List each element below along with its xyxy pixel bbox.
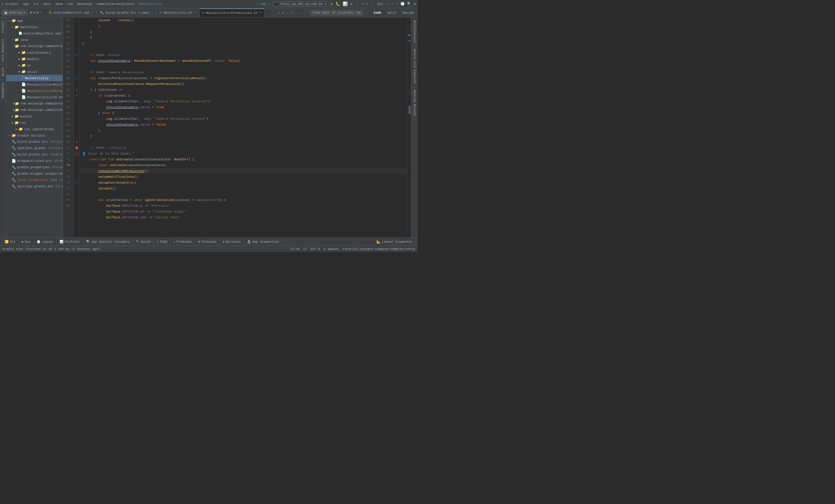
- tree-item-spotless[interactable]: 🔧 spotless.gradle (Project: Sample_Proje…: [6, 145, 63, 151]
- bc-class[interactable]: MainActivity: [139, 2, 162, 6]
- bc-package[interactable]: samplestarterproject: [97, 2, 135, 6]
- bottom-tab-services[interactable]: ⚙ Services: [220, 238, 244, 246]
- view-design-btn[interactable]: Design: [401, 10, 416, 15]
- gradle-icon-3: 🔧: [12, 152, 16, 157]
- tree-item-gradle-scripts[interactable]: ▾ 📁 Gradle Scripts: [6, 132, 63, 139]
- profile-button[interactable]: 📊: [343, 1, 348, 6]
- tree-item-settings-gradle[interactable]: 🔧 settings.gradle.kts (Project Settings): [6, 183, 63, 190]
- bc-com[interactable]: com: [67, 2, 73, 6]
- problems-label: Problems: [177, 240, 192, 244]
- bc-app[interactable]: app: [23, 2, 29, 6]
- undo-button[interactable]: ↩: [362, 2, 364, 6]
- bc-src[interactable]: src: [33, 2, 39, 6]
- bottom-tab-git[interactable]: 🔀 Git: [2, 238, 19, 246]
- bottom-tab-problems[interactable]: ⚠ Problems: [170, 238, 195, 246]
- android-icon: 🤖: [4, 11, 8, 15]
- close-tab-gradle[interactable]: ×: [151, 11, 153, 14]
- ln-75: 75: [63, 174, 72, 180]
- tab-pullrequests[interactable]: Pull Requests: [0, 36, 6, 64]
- bottom-tab-todo[interactable]: ☑ TODO: [154, 238, 170, 246]
- code-line-71: override fun onCreate(savedInstanceState…: [80, 156, 408, 162]
- tree-item-androidtest[interactable]: ▶ 📁 com.delasign.samplestarterproject (a…: [6, 100, 63, 107]
- bc-main[interactable]: main: [43, 2, 51, 6]
- tree-item-androidmanifest[interactable]: 📄 AndroidManifest.xml: [6, 30, 63, 37]
- view-split-btn[interactable]: Split: [385, 10, 398, 15]
- bottom-tab-aqi[interactable]: 🔍 App Quality Insights: [83, 238, 133, 246]
- tab-mainactivity-permissions[interactable]: K MainActivity+Permissions.kt ×: [200, 8, 265, 17]
- terminal-icon: ⊞: [198, 240, 200, 244]
- tree-item-notifications[interactable]: 📄 MainActivity+Notifications.kt: [6, 81, 63, 88]
- tab-androidmanifest[interactable]: ☰ AndroidManifest.xml ×: [46, 8, 96, 17]
- bc-delasign[interactable]: delasign: [77, 2, 92, 6]
- tab-bookmarks[interactable]: Bookmarks: [0, 79, 6, 101]
- tree-item-coordinators[interactable]: ▶ 📁 coordinators: [6, 49, 63, 56]
- tree-item-gradle-wrapper[interactable]: 🔧 gradle-wrapper.properties (Gradle Vers…: [6, 170, 63, 177]
- redo-button[interactable]: ↪: [366, 2, 368, 6]
- run-config-app[interactable]: ⚡ app ▾: [257, 2, 270, 6]
- live-edit-button[interactable]: Live Edit of literals: ON: [310, 10, 363, 15]
- tree-item-proguard[interactable]: 📄 proguard-rules.pro (ProGuard Rules for…: [6, 158, 63, 164]
- tab-build-left[interactable]: Build: [0, 64, 6, 79]
- tree-item-res[interactable]: ▶ 📁 res: [6, 120, 63, 126]
- code-content-area[interactable]: Locale Locale() ) } } }: [80, 17, 408, 237]
- tree-item-models[interactable]: ▶ 📁 models: [6, 56, 63, 62]
- bottom-tab-build[interactable]: 🔨 Build: [133, 238, 154, 246]
- right-gutter[interactable]: [408, 17, 411, 237]
- tree-item-app[interactable]: ▾ 📁 app: [6, 17, 63, 24]
- scroll-thumb[interactable]: [408, 106, 411, 114]
- run-button[interactable]: ▶: [331, 1, 333, 6]
- tree-item-test[interactable]: ▶ 📁 com.delasign.samplestarterproject (t…: [6, 107, 63, 113]
- tree-item-build-gradle-project[interactable]: 🔧 build.gradle.kts (Project: Sample_Proj…: [6, 139, 63, 145]
- tree-item-ui[interactable]: ▶ 📁 ui: [6, 62, 63, 68]
- bottom-tab-layout-inspector[interactable]: 📐 Layout Inspector: [374, 238, 416, 246]
- code-editor[interactable]: 48 49 50 51 52 53 54 55 56 57 58 59 60 6…: [63, 17, 411, 237]
- tree-item-local-props[interactable]: 🔧 local.properties (SDK Location): [6, 177, 63, 183]
- git-check1: ✓: [387, 2, 389, 6]
- warning-icon: ⚠: [278, 11, 280, 15]
- settings-icon[interactable]: ⚙: [414, 2, 416, 6]
- bc-java[interactable]: java: [55, 2, 63, 6]
- tree-item-package[interactable]: ▾ 📁 com.delasign.samplestarterproject: [6, 43, 63, 49]
- tree-item-utils[interactable]: ▶ 📁 utils: [6, 68, 63, 75]
- minimize-icon[interactable]: −: [40, 11, 42, 15]
- tree-item-manifests[interactable]: ▾ 📁 manifests: [6, 24, 63, 30]
- tree-item-gradle-properties[interactable]: 🔧 gradle.properties (Project Properties): [6, 164, 63, 170]
- search-icon[interactable]: 🔍: [407, 2, 411, 6]
- tree-item-mainactivity[interactable]: K MainActivity: [6, 75, 63, 81]
- code-line-49: ): [80, 23, 408, 29]
- project-structure-icon[interactable]: ⊞: [30, 10, 32, 15]
- stop-button[interactable]: ■: [350, 2, 352, 6]
- tab-running-devices[interactable]: Running Devices: [412, 87, 417, 119]
- gear-icon[interactable]: ⚙: [36, 10, 38, 15]
- code-line-64: } else {: [80, 110, 408, 116]
- bottom-tab-run[interactable]: ▶ Run: [19, 238, 34, 246]
- tree-item-java[interactable]: ▾ 📁 java: [6, 37, 63, 43]
- tree-item-build-gradle-module[interactable]: 🔧 build.gradle.kts (Module :app): [6, 151, 63, 158]
- close-tab-androidmanifest[interactable]: ×: [91, 11, 93, 14]
- tab-project[interactable]: Project: [0, 17, 6, 36]
- tab-notifications[interactable]: Notifications: [412, 17, 417, 46]
- tree-item-permissions[interactable]: 📄 MainActivity+Permissions.kt: [6, 88, 63, 94]
- bottom-tab-inspection[interactable]: 🔬 App Inspection: [244, 238, 282, 246]
- build-label: Build: [141, 240, 150, 244]
- tree-item-res-gen[interactable]: ▶ 📁 res (generated): [6, 126, 63, 132]
- tab-mainactivity[interactable]: K MainActivity.kt ×: [157, 8, 199, 17]
- arrow-utils: ▶: [17, 70, 21, 74]
- tab-buildgradle[interactable]: 🔧 build.gradle.kts (:app) ×: [97, 8, 156, 17]
- close-tab-permissions[interactable]: ×: [260, 11, 261, 15]
- bottom-tab-logcat[interactable]: 📋 Logcat: [34, 238, 57, 246]
- sync-icon[interactable]: ⇄: [33, 10, 35, 15]
- tree-item-ui-kt[interactable]: 📄 MainActivity+UI.kt: [6, 94, 63, 100]
- bottom-tab-terminal[interactable]: ⊞ Terminal: [195, 238, 219, 246]
- bc-project[interactable]: r-project: [2, 2, 19, 6]
- profiler-label: Profiler: [65, 240, 80, 244]
- file-icon-notifications: 📄: [21, 82, 26, 87]
- device-selector[interactable]: 📱 Pixel_3a_API_33_x86_64 ▾: [272, 1, 328, 6]
- tab-device-file-explorer[interactable]: Device File Explorer: [412, 46, 417, 87]
- view-code-btn[interactable]: Code: [372, 10, 383, 15]
- android-selector[interactable]: 🤖 Android ▾: [2, 10, 27, 15]
- debug-button[interactable]: 🐛: [335, 1, 340, 6]
- tree-item-assets[interactable]: ▶ 📁 assets: [6, 113, 63, 120]
- close-tab-mainactivity[interactable]: ×: [194, 11, 196, 14]
- bottom-tab-profiler[interactable]: 📊 Profiler: [57, 238, 83, 246]
